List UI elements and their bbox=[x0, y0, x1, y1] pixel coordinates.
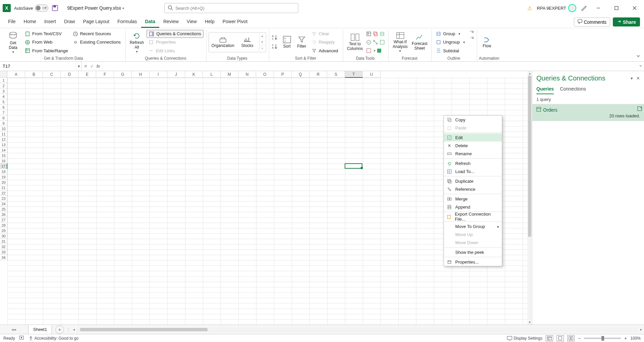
row-header[interactable]: 7 bbox=[0, 110, 7, 115]
from-text-csv-button[interactable]: From Text/CSV bbox=[23, 30, 70, 38]
sort-desc-icon[interactable]: ZA bbox=[271, 43, 278, 50]
organization-data-type[interactable]: Organization bbox=[211, 34, 235, 51]
text-to-columns-button[interactable]: Text to Columns bbox=[345, 30, 365, 55]
column-header[interactable]: T bbox=[345, 71, 363, 78]
expand-formula-bar-icon[interactable] bbox=[637, 64, 644, 69]
from-table-range-button[interactable]: From Table/Range bbox=[23, 47, 70, 55]
from-web-button[interactable]: From Web bbox=[23, 38, 70, 46]
column-header[interactable]: L bbox=[203, 71, 221, 78]
user-account[interactable]: RPA 9EXPERT bbox=[537, 4, 576, 12]
zoom-out-icon[interactable]: − bbox=[578, 336, 581, 341]
search-input[interactable]: Search (Alt+Q) bbox=[164, 3, 298, 13]
column-header[interactable]: B bbox=[25, 71, 43, 78]
sort-button[interactable]: AZ Sort bbox=[280, 30, 294, 55]
close-button[interactable] bbox=[628, 3, 641, 13]
close-pane-icon[interactable]: ✕ bbox=[636, 76, 640, 81]
group-rows-button[interactable]: Group ▾ bbox=[434, 30, 467, 38]
forecast-sheet-button[interactable]: Forecast Sheet bbox=[411, 30, 429, 55]
manage-data-model-icon[interactable] bbox=[379, 38, 386, 46]
row-header[interactable]: 27 bbox=[0, 217, 7, 223]
menu-reference[interactable]: Reference bbox=[444, 185, 502, 193]
new-sheet-button[interactable]: + bbox=[55, 325, 64, 334]
subtotal-button[interactable]: Subtotal bbox=[434, 47, 467, 55]
scroll-right-icon[interactable]: ▸ bbox=[640, 328, 642, 331]
zoom-slider[interactable] bbox=[584, 338, 621, 339]
row-header[interactable]: 17 bbox=[0, 164, 7, 169]
row-header[interactable]: 23 bbox=[0, 196, 7, 201]
accessibility-status[interactable]: Accessibility: Good to go bbox=[28, 336, 78, 341]
refresh-all-button[interactable]: Refresh All ▾ bbox=[128, 30, 146, 55]
row-header[interactable]: 12 bbox=[0, 137, 7, 142]
tab-draw[interactable]: Draw bbox=[60, 17, 79, 28]
row-header[interactable]: 11 bbox=[0, 131, 7, 137]
column-header[interactable]: M bbox=[221, 71, 238, 78]
normal-view-icon[interactable] bbox=[546, 335, 553, 341]
column-header[interactable]: C bbox=[43, 71, 61, 78]
formula-input[interactable] bbox=[102, 62, 637, 71]
row-header[interactable]: 20 bbox=[0, 180, 7, 185]
existing-connections-button[interactable]: Existing Connections bbox=[71, 38, 123, 46]
menu-copy[interactable]: Copy bbox=[444, 116, 502, 124]
minimize-button[interactable] bbox=[592, 3, 605, 13]
name-box-dropdown-icon[interactable]: ▾ bbox=[76, 62, 81, 71]
scroll-left-icon[interactable]: ◂ bbox=[73, 328, 75, 331]
row-header[interactable]: 33 bbox=[0, 249, 7, 255]
horizontal-scrollbar[interactable] bbox=[77, 327, 638, 332]
column-header[interactable]: U bbox=[363, 71, 380, 78]
menu-refresh[interactable]: Refresh bbox=[444, 159, 502, 167]
autosave-toggle[interactable]: AutoSave Off bbox=[14, 5, 48, 11]
name-box[interactable]: ▾ bbox=[0, 62, 82, 71]
row-header[interactable]: 30 bbox=[0, 233, 7, 239]
sheet-tab-sheet1[interactable]: Sheet1 bbox=[28, 325, 52, 334]
column-header[interactable]: R bbox=[309, 71, 327, 78]
row-header[interactable]: 6 bbox=[0, 105, 7, 110]
row-header[interactable]: 13 bbox=[0, 142, 7, 148]
column-header[interactable]: D bbox=[61, 71, 78, 78]
column-header[interactable]: O bbox=[256, 71, 274, 78]
pane-options-icon[interactable]: ▾ bbox=[631, 76, 633, 81]
display-settings-button[interactable]: Display Settings bbox=[507, 336, 542, 341]
row-header[interactable]: 18 bbox=[0, 169, 7, 174]
row-header[interactable]: 29 bbox=[0, 228, 7, 233]
tab-connections[interactable]: Connections bbox=[560, 85, 586, 94]
scroll-thumb[interactable] bbox=[528, 76, 531, 237]
stocks-data-type[interactable]: Stocks bbox=[238, 34, 256, 51]
sort-asc-icon[interactable]: AZ bbox=[271, 34, 278, 41]
row-header[interactable]: 3 bbox=[0, 89, 7, 94]
tab-power-pivot[interactable]: Power Pivot bbox=[219, 17, 252, 28]
column-header[interactable]: Q bbox=[292, 71, 309, 78]
row-header[interactable]: 24 bbox=[0, 201, 7, 207]
data-validation-icon[interactable] bbox=[365, 38, 372, 46]
row-header[interactable]: 2 bbox=[0, 83, 7, 89]
tab-data[interactable]: Data bbox=[141, 17, 159, 28]
prev-sheet-icon[interactable]: ◂ bbox=[11, 327, 14, 332]
row-header[interactable]: 15 bbox=[0, 153, 7, 158]
scroll-up-icon[interactable]: ▴ bbox=[259, 33, 265, 39]
column-header[interactable]: G bbox=[114, 71, 132, 78]
column-header[interactable]: E bbox=[78, 71, 96, 78]
row-header[interactable]: 1 bbox=[0, 78, 7, 83]
page-break-view-icon[interactable] bbox=[567, 335, 575, 341]
menu-load-to[interactable]: Load To... bbox=[444, 167, 502, 175]
tab-queries[interactable]: Queries bbox=[536, 85, 554, 94]
vertical-scrollbar[interactable]: ▴ ▾ bbox=[527, 71, 532, 325]
row-header[interactable]: 22 bbox=[0, 190, 7, 196]
active-cell[interactable] bbox=[345, 163, 362, 169]
row-header[interactable]: 9 bbox=[0, 121, 7, 126]
zoom-in-icon[interactable]: + bbox=[624, 336, 627, 341]
enter-icon[interactable]: ✓ bbox=[90, 64, 94, 69]
tab-view[interactable]: View bbox=[183, 17, 201, 28]
flash-fill-icon[interactable] bbox=[365, 30, 372, 38]
menu-edit[interactable]: Edit bbox=[444, 133, 502, 141]
column-header[interactable]: H bbox=[132, 71, 150, 78]
row-header[interactable]: 10 bbox=[0, 126, 7, 131]
query-item-orders[interactable]: Orders 20 rows loaded. bbox=[532, 104, 644, 121]
tab-help[interactable]: Help bbox=[201, 17, 219, 28]
warning-icon[interactable]: ⚠ bbox=[527, 5, 532, 11]
macro-record-icon[interactable] bbox=[19, 335, 24, 341]
column-header[interactable]: F bbox=[96, 71, 114, 78]
menu-export-connection[interactable]: Export Connection File... bbox=[444, 213, 502, 221]
row-header[interactable]: 28 bbox=[0, 223, 7, 228]
scroll-down-icon[interactable]: ▾ bbox=[527, 320, 532, 325]
share-button[interactable]: Share bbox=[613, 17, 640, 26]
